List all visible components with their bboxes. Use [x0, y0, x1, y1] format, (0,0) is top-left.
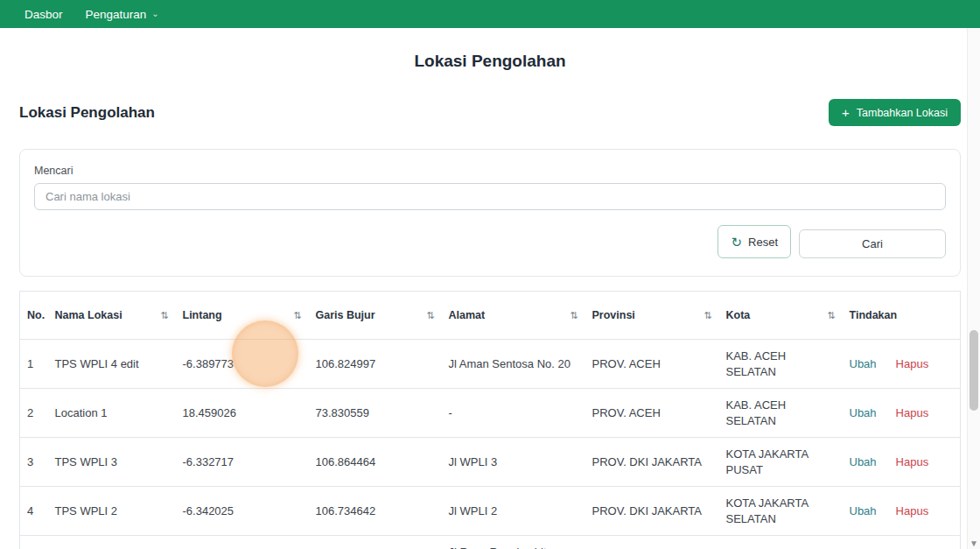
cell-kota: KOTA JAKARTA SELATAN: [719, 487, 843, 536]
cell-bujur: 106.824997: [309, 536, 442, 549]
cell-lintang: 18.459026: [176, 389, 309, 438]
page-title: Lokasi Pengolahan: [19, 52, 961, 71]
table-row: 1TPS WPLI 4 edit-6.389773106.824997Jl Am…: [20, 340, 961, 389]
column-label-alamat: Alamat: [449, 309, 486, 321]
search-submit-button[interactable]: Cari: [799, 229, 946, 258]
cell-lintang: -6.389772: [176, 536, 309, 549]
search-panel: Mencari ↻ Reset Cari: [19, 149, 961, 277]
locations-table: No.Nama Lokasi⇅Lintang⇅Garis Bujur⇅Alama…: [19, 291, 961, 549]
plus-icon: +: [842, 106, 850, 119]
edit-link[interactable]: Ubah: [850, 357, 877, 370]
sort-icon[interactable]: ⇅: [827, 310, 835, 321]
cell-nama: TPS WPLI: [48, 536, 176, 549]
table-row: 3TPS WPLI 3-6.332717106.864464Jl WPLI 3P…: [20, 438, 961, 487]
cell-alamat: Jl WPLI 3: [442, 438, 585, 487]
cell-lintang: -6.332717: [176, 438, 309, 487]
sort-icon[interactable]: ⇅: [426, 310, 434, 321]
column-header-provinsi[interactable]: Provinsi⇅: [585, 292, 719, 340]
cell-kota: KAB. ACEH SELATAN: [719, 340, 843, 389]
table-header-row: No.Nama Lokasi⇅Lintang⇅Garis Bujur⇅Alama…: [20, 292, 961, 340]
cell-alamat: -: [442, 389, 585, 438]
nav-item-dasbor[interactable]: Dasbor: [24, 8, 63, 21]
table-row: 4TPS WPLI 2-6.342025106.734642Jl WPLI 2P…: [20, 487, 961, 536]
main-content: Lokasi Pengolahan Lokasi Pengolahan + Ta…: [0, 52, 980, 549]
column-label-lintang: Lintang: [183, 309, 222, 321]
cell-nama: TPS WPLI 4 edit: [48, 340, 176, 389]
nav-item-pengaturan-label: Pengaturan: [86, 8, 147, 21]
scrollbar-thumb[interactable]: [970, 330, 978, 411]
edit-link[interactable]: Ubah: [850, 455, 877, 468]
column-label-kota: Kota: [726, 309, 751, 321]
cell-no: 3: [20, 438, 48, 487]
column-label-garis-bujur: Garis Bujur: [316, 309, 375, 321]
sort-icon[interactable]: ⇅: [704, 310, 711, 321]
reset-button[interactable]: ↻ Reset: [718, 225, 791, 258]
add-location-button[interactable]: + Tambahkan Lokasi: [829, 99, 961, 126]
cell-actions: UbahHapus: [843, 340, 961, 389]
reset-button-label: Reset: [748, 236, 778, 249]
column-header-tindakan: Tindakan: [843, 292, 961, 340]
sort-icon[interactable]: ⇅: [160, 310, 168, 321]
section-title: Lokasi Pengolahan: [19, 104, 155, 122]
cell-no: 4: [20, 487, 48, 536]
column-label-provinsi: Provinsi: [592, 309, 635, 321]
cell-provinsi: PROV. DKI JAKARTA: [585, 438, 719, 487]
cell-provinsi: PROV. ACEH: [585, 389, 719, 438]
add-location-label: Tambahkan Lokasi: [857, 107, 948, 119]
search-input[interactable]: [34, 183, 946, 210]
delete-link[interactable]: Hapus: [896, 406, 929, 419]
app-window: Dasbor Pengaturan ⌄ Lokasi Pengolahan Lo…: [0, 0, 980, 549]
column-header-alamat[interactable]: Alamat⇅: [442, 292, 585, 340]
refresh-icon: ↻: [731, 236, 742, 249]
column-header-no: No.: [20, 292, 48, 340]
column-label-nama-lokasi: Nama Lokasi: [55, 309, 122, 321]
cell-no: 5: [20, 536, 48, 549]
cell-bujur: 106.864464: [309, 438, 442, 487]
edit-link[interactable]: Ubah: [850, 504, 877, 517]
column-header-garis-bujur[interactable]: Garis Bujur⇅: [309, 292, 442, 340]
cell-no: 2: [20, 389, 48, 438]
scrollbar-down-arrow-icon[interactable]: ▼: [968, 539, 980, 548]
cell-actions: UbahHapus: [843, 536, 961, 549]
table-row: 2Location 118.45902673.830559-PROV. ACEH…: [20, 389, 961, 438]
cell-actions: UbahHapus: [843, 487, 961, 536]
cell-provinsi: PROV. ACEH: [585, 340, 719, 389]
delete-link[interactable]: Hapus: [896, 504, 929, 517]
column-label-tindakan: Tindakan: [850, 309, 898, 321]
cell-provinsi: PROV. DKI JAKARTA: [585, 487, 719, 536]
column-label-no: No.: [27, 309, 45, 321]
sort-icon[interactable]: ⇅: [570, 310, 578, 321]
cell-actions: UbahHapus: [843, 389, 961, 438]
cell-kota: KAB. ACEH SELATAN: [719, 389, 843, 438]
column-header-lintang[interactable]: Lintang⇅: [176, 292, 309, 340]
cell-alamat: Jl Raya Rangkasbitung Km: [442, 536, 585, 549]
cell-lintang: -6.389773: [176, 340, 309, 389]
cell-actions: UbahHapus: [843, 438, 961, 487]
table-row: 5TPS WPLI-6.389772106.824997Jl Raya Rang…: [20, 536, 961, 549]
cell-nama: TPS WPLI 3: [48, 438, 176, 487]
cell-nama: Location 1: [48, 389, 176, 438]
cell-bujur: 106.734642: [309, 487, 442, 536]
cell-provinsi: PROV. BANTEN: [585, 536, 719, 549]
navbar: Dasbor Pengaturan ⌄: [0, 0, 980, 28]
table-body: 1TPS WPLI 4 edit-6.389773106.824997Jl Am…: [20, 340, 961, 549]
cell-bujur: 73.830559: [309, 389, 442, 438]
column-header-kota[interactable]: Kota⇅: [719, 292, 843, 340]
search-actions: ↻ Reset Cari: [34, 225, 946, 258]
cell-bujur: 106.824997: [309, 340, 442, 389]
search-label: Mencari: [34, 165, 946, 177]
nav-item-pengaturan[interactable]: Pengaturan ⌄: [86, 8, 159, 21]
cell-nama: TPS WPLI 2: [48, 487, 176, 536]
cell-alamat: Jl WPLI 2: [442, 487, 585, 536]
cell-kota: KOTA JAKARTA PUSAT: [719, 438, 843, 487]
scrollbar[interactable]: ▼: [967, 28, 980, 549]
cell-lintang: -6.342025: [176, 487, 309, 536]
section-header: Lokasi Pengolahan + Tambahkan Lokasi: [19, 99, 961, 126]
column-header-nama-lokasi[interactable]: Nama Lokasi⇅: [48, 292, 176, 340]
sort-icon[interactable]: ⇅: [293, 310, 301, 321]
cell-no: 1: [20, 340, 48, 389]
delete-link[interactable]: Hapus: [896, 455, 929, 468]
edit-link[interactable]: Ubah: [850, 406, 877, 419]
chevron-down-icon: ⌄: [151, 10, 158, 18]
delete-link[interactable]: Hapus: [896, 357, 929, 370]
